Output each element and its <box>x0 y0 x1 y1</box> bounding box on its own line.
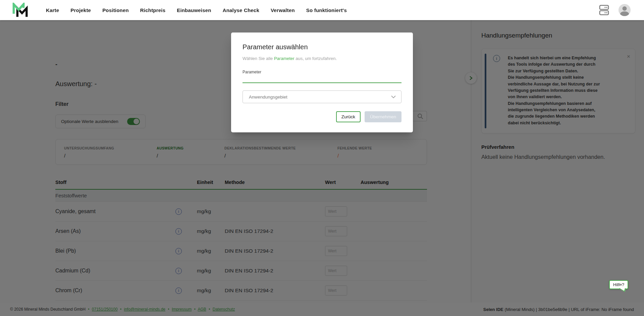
nav-item-analyse-check[interactable]: Analyse Check <box>223 7 259 13</box>
nav-item-einbauweisen[interactable]: Einbauweisen <box>177 7 211 13</box>
parameter-input[interactable] <box>243 76 401 83</box>
dialog-subtitle: Wählen Sie alle Parameter aus, um fortzu… <box>243 56 401 61</box>
dialog-title: Parameter auswählen <box>243 43 401 51</box>
anwendungsgebiet-dropdown[interactable]: Anwendungsgebiet <box>243 90 401 103</box>
parameter-link[interactable]: Parameter <box>274 56 294 61</box>
user-avatar[interactable] <box>619 4 631 16</box>
chevron-down-icon <box>391 96 396 99</box>
nav-item-verwalten[interactable]: Verwalten <box>271 7 295 13</box>
nav-item-richtpreis[interactable]: Richtpreis <box>140 7 165 13</box>
nav-item-positionen[interactable]: Positionen <box>102 7 129 13</box>
mineral-minds-logo-icon[interactable] <box>12 3 29 17</box>
top-navbar: Karte Projekte Positionen Richtpreis Ein… <box>0 0 644 20</box>
help-bubble[interactable]: Hilfe? <box>609 280 628 289</box>
nav-item-so-funktionierts[interactable]: So funktioniert's <box>306 7 347 13</box>
back-button[interactable]: Zurück <box>336 111 361 122</box>
parameter-field-label: Parameter <box>243 70 401 74</box>
server-icon[interactable] <box>599 4 609 16</box>
nav-item-karte[interactable]: Karte <box>46 7 59 13</box>
dropdown-selected-value: Anwendungsgebiet <box>249 94 287 100</box>
main-nav: Karte Projekte Positionen Richtpreis Ein… <box>46 7 347 13</box>
apply-button[interactable]: Übernehmen <box>365 111 401 122</box>
nav-item-projekte[interactable]: Projekte <box>70 7 91 13</box>
parameter-dialog: Parameter auswählen Wählen Sie alle Para… <box>231 33 413 132</box>
